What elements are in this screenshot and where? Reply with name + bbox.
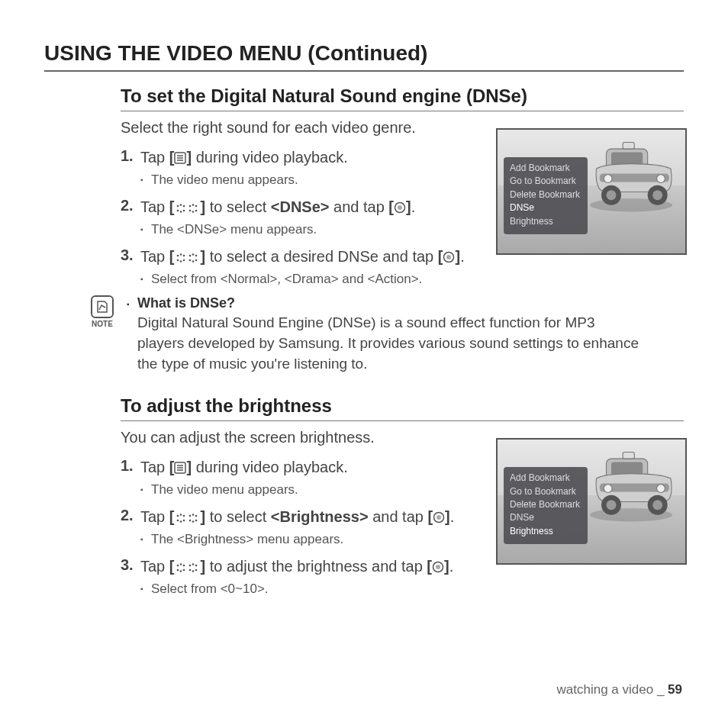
footer-sep: _ [653, 682, 668, 697]
section-title: To set the Digital Natural Sound engine … [121, 85, 684, 111]
step-number: 2. [121, 507, 140, 527]
menu-item: Brightness [510, 215, 580, 228]
sub-step: ▪Select from <0~10>. [140, 580, 491, 598]
ok-icon [432, 561, 444, 573]
footer-section: watching a video [557, 682, 654, 697]
t: to adjust the brightness and tap [205, 558, 427, 575]
step-number: 2. [121, 197, 140, 217]
section-title: To adjust the brightness [121, 395, 684, 421]
video-menu-overlay: Add Bookmark Go to Bookmark Delete Bookm… [504, 157, 588, 234]
car-illustration [581, 140, 681, 216]
t: . [460, 248, 465, 265]
note-label: NOTE [87, 320, 118, 328]
updown-icon [174, 203, 200, 214]
sub-step: ▪The <Brightness> menu appears. [140, 530, 491, 549]
t: Tap [140, 508, 169, 525]
step: 2. Tap [] to select <DNSe> and tap []. [121, 197, 487, 217]
section-brightness: To adjust the brightness You can adjust … [121, 395, 684, 598]
t: Tap [140, 558, 169, 575]
step: 3. Tap [] to adjust the brightness and t… [121, 556, 487, 577]
note-title: What is DNSe? [137, 295, 235, 311]
step-number: 1. [121, 147, 140, 168]
step-text: Tap [] to select a desired DNSe and tap … [140, 248, 465, 265]
t: . [449, 558, 454, 575]
section-dnse: To set the Digital Natural Sound engine … [121, 85, 684, 374]
menu-item: Go to Bookmark [510, 175, 580, 188]
step: 1. Tap [] during video playback. [121, 457, 487, 478]
menu-item: DNSe [510, 511, 580, 524]
t: The <DNSe> menu appears. [151, 221, 317, 239]
note-block: NOTE ▪What is DNSe? Digital Natural Soun… [87, 295, 644, 374]
t: Tap [140, 248, 169, 265]
t: and tap [329, 198, 388, 215]
step-text: Tap [] during video playback. [140, 459, 348, 475]
step-number: 3. [121, 246, 140, 267]
note-icon [91, 295, 114, 318]
menu-item-selected: DNSe [510, 201, 580, 214]
t: to select [205, 198, 271, 215]
note-body: Digital Natural Sound Engine (DNSe) is a… [127, 313, 644, 374]
t: <DNSe> [271, 198, 330, 215]
sub-step: ▪The video menu appears. [140, 481, 491, 499]
t: and tap [369, 508, 428, 525]
step-text: Tap [] to adjust the brightness and tap … [140, 558, 453, 575]
t: Select from <0~10>. [151, 580, 269, 598]
sub-step: ▪The video menu appears. [140, 171, 491, 189]
t: during video playback. [192, 459, 348, 475]
footer-page-number: 59 [668, 682, 682, 697]
t: . [411, 198, 416, 215]
t: <Brightness> [271, 508, 369, 525]
step-number: 1. [121, 457, 140, 478]
sub-step: ▪Select from <Normal>, <Drama> and <Acti… [140, 270, 491, 288]
car-illustration [581, 449, 681, 526]
t: Tap [140, 149, 169, 166]
step: 2. Tap [] to select <Brightness> and tap… [121, 507, 487, 527]
page-title: USING THE VIDEO MENU (Continued) [44, 41, 684, 72]
step-number: 3. [121, 556, 140, 577]
menu-item: Delete Bookmark [510, 498, 580, 511]
t: Tap [140, 198, 169, 215]
t: to select [205, 508, 271, 525]
step-text: Tap [] to select <Brightness> and tap []… [140, 508, 454, 525]
updown-icon [174, 562, 200, 573]
t: during video playback. [192, 149, 348, 166]
ok-icon [433, 511, 445, 523]
t: to select a desired DNSe and tap [205, 248, 438, 265]
menu-icon [174, 152, 186, 164]
video-menu-overlay: Add Bookmark Go to Bookmark Delete Bookm… [504, 467, 588, 544]
updown-icon [174, 513, 200, 523]
t: . [450, 508, 455, 525]
t: Tap [140, 459, 169, 475]
menu-icon [174, 462, 186, 474]
ok-icon [394, 201, 406, 214]
sub-step: ▪The <DNSe> menu appears. [140, 221, 491, 239]
menu-item: Delete Bookmark [510, 188, 580, 201]
t: Select from <Normal>, <Drama> and <Actio… [151, 270, 422, 288]
t: The video menu appears. [151, 481, 298, 499]
step-text: Tap [] to select <DNSe> and tap []. [140, 198, 415, 215]
menu-item: Go to Bookmark [510, 485, 580, 498]
t: The video menu appears. [151, 171, 298, 189]
menu-item: Add Bookmark [510, 472, 580, 485]
menu-item-selected: Brightness [510, 525, 580, 538]
device-screenshot-dnse: Add Bookmark Go to Bookmark Delete Bookm… [496, 128, 687, 255]
updown-icon [174, 253, 200, 263]
t: The <Brightness> menu appears. [151, 530, 343, 549]
ok-icon [443, 251, 455, 263]
device-screenshot-brightness: Add Bookmark Go to Bookmark Delete Bookm… [496, 438, 687, 565]
step-text: Tap [] during video playback. [140, 149, 348, 166]
step: 3. Tap [] to select a desired DNSe and t… [121, 246, 487, 267]
step: 1. Tap [] during video playback. [121, 147, 487, 168]
page-footer: watching a video _ 59 [557, 682, 682, 697]
menu-item: Add Bookmark [510, 162, 580, 175]
